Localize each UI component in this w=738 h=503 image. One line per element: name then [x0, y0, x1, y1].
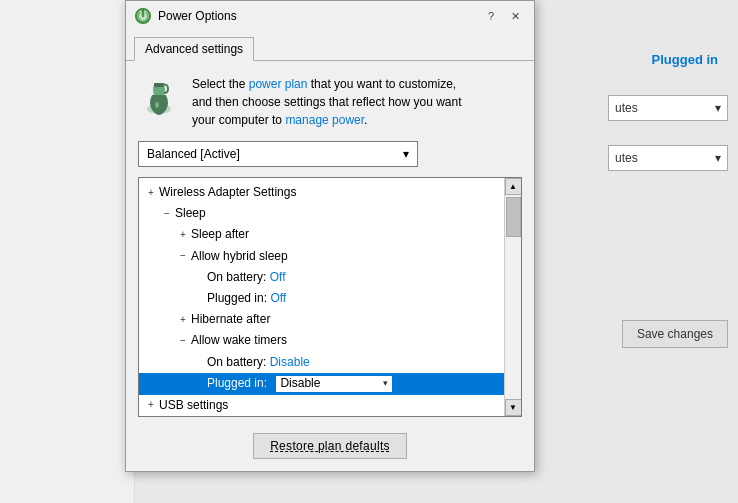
- settings-tree-wrapper: + Wireless Adapter Settings − Sleep + Sl…: [138, 177, 522, 417]
- svg-point-4: [155, 102, 159, 108]
- expand-icon-sleep: −: [159, 206, 175, 222]
- tree-item-hybrid-sleep[interactable]: − Allow hybrid sleep: [139, 246, 521, 267]
- scroll-down-arrow[interactable]: ▼: [505, 399, 522, 416]
- dialog-body: Advanced settings Select the power plan …: [126, 31, 534, 471]
- bg-dropdown-1-text: utes: [615, 101, 638, 115]
- tab-bar: Advanced settings: [126, 31, 534, 61]
- tree-label-usb: USB settings: [159, 396, 521, 415]
- tree-item-usb[interactable]: + USB settings: [139, 395, 521, 416]
- tree-value-hybrid-battery: Off: [270, 270, 286, 284]
- tree-label-hybrid-plugged: Plugged in: Off: [207, 289, 521, 308]
- tree-item-sleep[interactable]: − Sleep: [139, 203, 521, 224]
- tree-label-wake-plugged: Plugged in:: [207, 374, 270, 393]
- titlebar-controls: ? ✕: [480, 5, 526, 27]
- description-area: Select the power plan that you want to c…: [126, 61, 534, 139]
- plugged-in-dropdown[interactable]: Disable ▾: [274, 374, 394, 394]
- bg-dropdown-2-text: utes: [615, 151, 638, 165]
- plan-dropdown[interactable]: Balanced [Active] ▾: [138, 141, 418, 167]
- scroll-up-arrow[interactable]: ▲: [505, 178, 522, 195]
- tree-item-wireless[interactable]: + Wireless Adapter Settings: [139, 182, 521, 203]
- tree-item-wake-battery[interactable]: On battery: Disable: [139, 352, 521, 373]
- tree-label-wake-battery: On battery: Disable: [207, 353, 521, 372]
- dialog-title: Power Options: [158, 9, 480, 23]
- left-panel: [0, 0, 135, 503]
- svg-point-1: [138, 11, 149, 22]
- desc-highlight-1: power plan: [249, 77, 308, 91]
- tree-value-hybrid-plugged: Off: [270, 291, 286, 305]
- power-options-dialog: Power Options ? ✕ Advanced settings: [125, 0, 535, 472]
- tree-value-wake-battery: Disable: [270, 355, 310, 369]
- tree-item-hybrid-battery[interactable]: On battery: Off: [139, 267, 521, 288]
- tree-label-sleep-after: Sleep after: [191, 225, 521, 244]
- bg-dropdown-1-arrow: ▾: [715, 101, 721, 115]
- scrollbar-thumb[interactable]: [506, 197, 521, 237]
- plan-dropdown-arrow: ▾: [403, 147, 409, 161]
- expand-icon-sleep-after: +: [175, 227, 191, 243]
- tree-label-wake-timers: Allow wake timers: [191, 331, 521, 350]
- expand-icon-wireless: +: [143, 185, 159, 201]
- power-options-icon: [134, 7, 152, 25]
- tree-item-wake-plugged[interactable]: Plugged in: Disable ▾: [139, 373, 521, 395]
- bg-dropdown-2-arrow: ▾: [715, 151, 721, 165]
- help-button[interactable]: ?: [480, 5, 502, 27]
- power-plan-icon: [138, 75, 180, 117]
- bottom-bar: Restore plan defaults: [126, 425, 534, 471]
- tree-item-sleep-after[interactable]: + Sleep after: [139, 224, 521, 245]
- plugged-in-dropdown-arrow: ▾: [383, 376, 388, 390]
- expand-icon-usb: +: [143, 397, 159, 413]
- tree-item-hybrid-plugged[interactable]: Plugged in: Off: [139, 288, 521, 309]
- advanced-settings-tab[interactable]: Advanced settings: [134, 37, 254, 61]
- settings-tree: + Wireless Adapter Settings − Sleep + Sl…: [138, 177, 522, 417]
- expand-icon-hibernate: +: [175, 312, 191, 328]
- plugged-in-label: Plugged in: [652, 52, 718, 67]
- description-text: Select the power plan that you want to c…: [192, 75, 462, 129]
- bg-dropdown-1[interactable]: utes ▾: [608, 95, 728, 121]
- save-changes-button[interactable]: Save changes: [622, 320, 728, 348]
- tree-label-hybrid-battery: On battery: Off: [207, 268, 521, 287]
- expand-icon-hybrid-sleep: −: [175, 248, 191, 264]
- tree-item-hibernate[interactable]: + Hibernate after: [139, 309, 521, 330]
- tree-label-hybrid-sleep: Allow hybrid sleep: [191, 247, 521, 266]
- tree-label-hibernate: Hibernate after: [191, 310, 521, 329]
- restore-plan-defaults-button[interactable]: Restore plan defaults: [253, 433, 407, 459]
- expand-icon-wake-timers: −: [175, 333, 191, 349]
- plan-dropdown-value: Balanced [Active]: [147, 147, 240, 161]
- tree-scrollbar[interactable]: ▲ ▼: [504, 178, 521, 416]
- restore-btn-label: Restore plan defaults: [270, 439, 390, 453]
- bg-dropdown-2[interactable]: utes ▾: [608, 145, 728, 171]
- tree-item-wake-timers[interactable]: − Allow wake timers: [139, 330, 521, 351]
- close-button[interactable]: ✕: [504, 5, 526, 27]
- plugged-in-dropdown-value: Disable: [280, 374, 379, 393]
- tree-content: + Wireless Adapter Settings − Sleep + Sl…: [139, 178, 521, 416]
- desc-highlight-2: manage power: [285, 113, 364, 127]
- tree-label-sleep: Sleep: [175, 204, 521, 223]
- scrollbar-track: ▲ ▼: [505, 178, 521, 416]
- plan-dropdown-wrapper: Balanced [Active] ▾: [126, 139, 534, 177]
- tree-label-wireless: Wireless Adapter Settings: [159, 183, 521, 202]
- dialog-titlebar: Power Options ? ✕: [126, 1, 534, 31]
